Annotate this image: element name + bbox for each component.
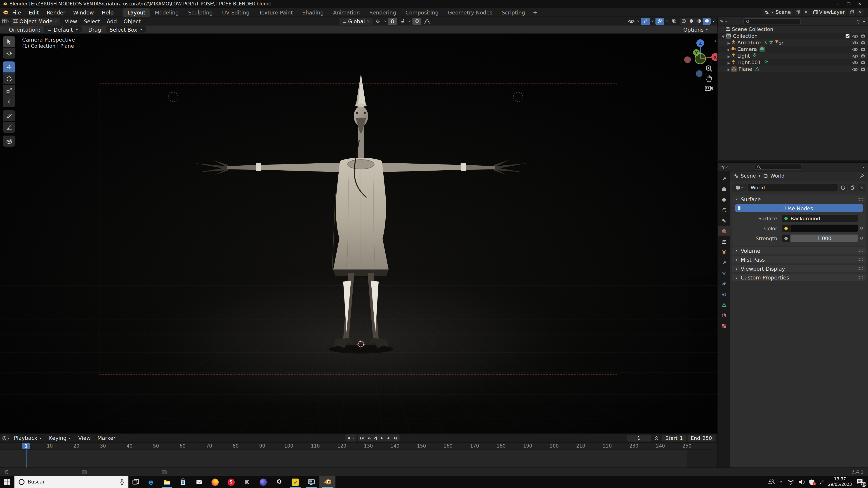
shading-rendered-button[interactable] (703, 18, 711, 25)
orientation-setting-dropdown[interactable]: Default (43, 26, 82, 33)
disclosure-triangle[interactable]: ▶ (726, 67, 731, 71)
properties-tab-object[interactable] (718, 247, 730, 257)
use-nodes-button[interactable]: Use Nodes (735, 204, 863, 212)
frame-start-field[interactable]: Start 1 (662, 435, 686, 441)
render-visibility-icon[interactable] (861, 67, 865, 71)
auto-keying-button[interactable] (346, 434, 357, 442)
maximize-button[interactable]: ▢ (843, 0, 854, 8)
workspace-tab-texture-paint[interactable]: Texture Paint (254, 8, 297, 17)
strength-slider[interactable]: 1.000 (790, 234, 858, 242)
visibility-eye-icon[interactable] (852, 53, 859, 58)
panel-viewport-display[interactable]: Viewport Display (732, 265, 866, 272)
drag-handle-icon[interactable] (857, 267, 863, 270)
breadcrumb-scene[interactable]: Scene (741, 173, 756, 178)
properties-tab-particles[interactable] (718, 268, 730, 278)
properties-tab-object-data[interactable] (718, 299, 730, 310)
tool-measure[interactable] (3, 122, 15, 133)
taskbar-app-q-app[interactable]: Q (271, 476, 287, 488)
visibility-eye-icon[interactable] (852, 60, 859, 65)
jump-to-end-button[interactable] (392, 435, 399, 441)
frame-end-field[interactable]: End 250 (687, 435, 715, 441)
snap-toggle[interactable] (388, 18, 397, 25)
shading-material-button[interactable] (695, 18, 703, 25)
task-view-button[interactable] (128, 476, 143, 488)
outliner-item-collection[interactable]: ▼Collection (718, 33, 868, 39)
blender-menu-icon[interactable] (2, 9, 8, 15)
viewlayer-selector[interactable]: ViewLayer (811, 8, 847, 16)
outliner-item-scene-collection[interactable]: Scene Collection (718, 26, 868, 33)
taskbar-app-keyshot[interactable]: K (239, 476, 255, 488)
taskbar-app-blender[interactable] (319, 476, 336, 488)
taskbar-app-edge[interactable]: e (143, 476, 159, 488)
jump-to-start-button[interactable] (359, 435, 366, 441)
panel-custom-properties[interactable]: Custom Properties (732, 274, 866, 281)
workspace-tab-sculpting[interactable]: Sculpting (184, 8, 217, 17)
workspace-tab-modeling[interactable]: Modeling (150, 8, 183, 17)
menu-file[interactable]: File (8, 9, 25, 15)
menu-help[interactable]: Help (98, 9, 118, 15)
tool-add-cube[interactable] (3, 135, 15, 147)
panel-mist-pass[interactable]: Mist Pass (732, 256, 866, 263)
taskbar-app-explorer[interactable] (159, 476, 175, 488)
viewport-menu-add[interactable]: Add (103, 18, 120, 24)
shading-solid-button[interactable] (688, 18, 695, 25)
workspace-tab-shading[interactable]: Shading (298, 8, 328, 17)
tray-expand-icon[interactable] (779, 480, 783, 484)
falloff-dropdown[interactable] (423, 18, 431, 25)
start-button[interactable] (0, 476, 14, 488)
breadcrumb-world[interactable]: World (770, 173, 784, 178)
play-reverse-button[interactable] (372, 435, 379, 441)
pan-button[interactable] (705, 75, 713, 83)
filter-icon[interactable] (857, 19, 861, 24)
taskbar-app-red-s[interactable]: S (223, 476, 239, 488)
pen-icon[interactable] (819, 480, 824, 484)
taskbar-app-cinema4d[interactable] (255, 476, 271, 488)
tool-select-box[interactable] (3, 36, 15, 47)
unlink-datablock-button[interactable] (857, 184, 866, 191)
visibility-eye-icon[interactable] (852, 67, 859, 72)
visibility-eye-icon[interactable] (852, 33, 859, 38)
tool-annotate[interactable] (3, 110, 15, 121)
timeline-menu-playback[interactable]: Playback (11, 435, 46, 441)
tool-transform[interactable] (3, 96, 15, 107)
properties-tab-physics[interactable] (718, 278, 730, 289)
orientation-dropdown[interactable]: Global (339, 18, 373, 25)
shading-wireframe-button[interactable] (680, 18, 687, 25)
render-visibility-icon[interactable] (861, 40, 865, 45)
proportional-editing-toggle[interactable] (412, 18, 421, 25)
checkbox-icon[interactable] (845, 34, 850, 38)
panel-volume[interactable]: Volume (732, 248, 866, 255)
surface-value-field[interactable]: Background (782, 215, 858, 222)
viewport-canvas[interactable]: Y Z X Camera Perspective (1) Collection … (0, 34, 717, 433)
microphone-icon[interactable] (120, 479, 125, 485)
properties-tab-world[interactable] (718, 226, 730, 236)
properties-tab-tool[interactable] (718, 173, 730, 184)
disclosure-triangle[interactable]: ▶ (726, 54, 731, 58)
workspace-tab-geometry-nodes[interactable]: Geometry Nodes (443, 8, 497, 17)
mode-dropdown[interactable]: Object Mode (11, 18, 60, 25)
properties-tab-scene[interactable] (718, 215, 730, 226)
outliner-search-input[interactable] (752, 19, 799, 24)
animate-strength-dot[interactable] (860, 237, 863, 239)
taskbar-search[interactable] (14, 476, 128, 488)
properties-tab-material[interactable] (718, 310, 730, 320)
play-button[interactable] (379, 435, 385, 441)
tool-cursor[interactable] (3, 48, 15, 59)
new-viewlayer-button[interactable] (848, 8, 855, 16)
strength-socket-button[interactable] (782, 234, 790, 242)
tool-scale[interactable] (3, 85, 15, 96)
editor-type-button[interactable] (2, 18, 9, 25)
timeline-ruler[interactable]: 1 10203040506070809010011012013014015016… (0, 443, 717, 450)
render-visibility-icon[interactable] (861, 60, 865, 65)
close-button[interactable]: ✕ (854, 0, 865, 8)
properties-tab-constraints[interactable] (718, 289, 730, 299)
copy-datablock-button[interactable] (848, 184, 857, 191)
surface-panel-header[interactable]: Surface (732, 195, 866, 203)
chevron-down-icon[interactable] (862, 165, 865, 168)
timeline-menu-keying[interactable]: Keying (46, 435, 75, 441)
previous-keyframe-button[interactable] (366, 435, 372, 441)
drag-handle-icon[interactable] (857, 249, 863, 253)
drag-handle-icon[interactable] (857, 275, 863, 280)
taskbar-app-store[interactable] (175, 476, 191, 488)
visibility-eye-icon[interactable] (852, 40, 859, 45)
